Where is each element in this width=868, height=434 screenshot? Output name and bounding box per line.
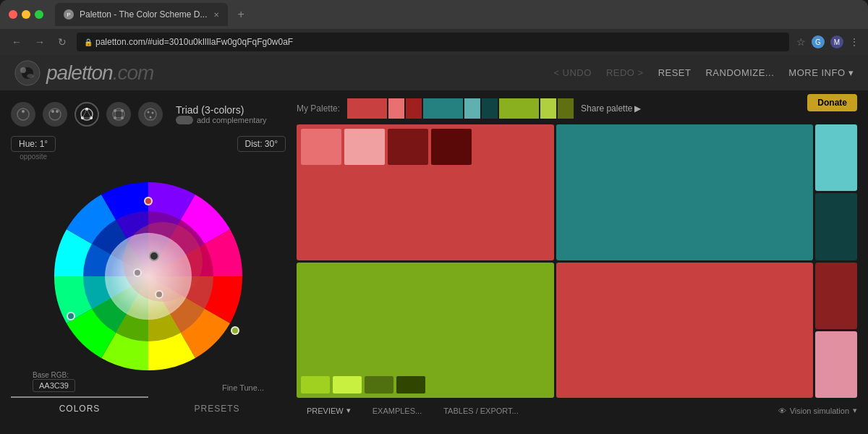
titlebar: P Paletton - The Color Scheme D... ✕ + bbox=[0, 0, 868, 29]
right-bottom-bar: PREVIEW ▾ EXAMPLES... TABLES / EXPORT...… bbox=[297, 401, 857, 420]
base-rgb-value[interactable]: AA3C39 bbox=[33, 379, 75, 392]
swatch-red bbox=[297, 124, 554, 260]
scheme-selector: Triad (3-colors) add complementary bbox=[11, 98, 286, 130]
back-button[interactable]: ← bbox=[9, 35, 25, 49]
presets-tab[interactable]: PRESETS bbox=[148, 396, 286, 420]
scheme-mono-icon[interactable] bbox=[11, 102, 35, 127]
scheme-free-icon[interactable] bbox=[138, 102, 163, 127]
app-toolbar: paletton.com < UNDO REDO > RESET RANDOMI… bbox=[0, 55, 868, 91]
colors-tab[interactable]: COLORS bbox=[11, 396, 148, 420]
left-panel: Triad (3-colors) add complementary Hue: … bbox=[11, 98, 286, 420]
svg-point-25 bbox=[150, 116, 152, 119]
hue-value[interactable]: Hue: 1° bbox=[11, 136, 56, 152]
close-button[interactable] bbox=[9, 10, 17, 19]
swatch-red-bottom bbox=[556, 263, 814, 399]
menu-icon[interactable]: ⋮ bbox=[849, 36, 859, 48]
more-info-button[interactable]: MORE INFO ▾ bbox=[788, 67, 854, 78]
browser-actions: ☆ G M ⋮ bbox=[796, 35, 859, 48]
donate-button[interactable]: Donate bbox=[807, 94, 857, 111]
forward-button[interactable]: → bbox=[32, 35, 48, 49]
palette-color-green[interactable] bbox=[499, 98, 539, 119]
scheme-triad-icon[interactable] bbox=[75, 102, 99, 127]
svg-point-24 bbox=[152, 112, 154, 114]
swatch-red-4[interactable] bbox=[431, 129, 472, 165]
swatch-green-2[interactable] bbox=[333, 376, 362, 393]
wheel-dot-3[interactable] bbox=[133, 268, 142, 277]
swatch-teal bbox=[556, 124, 814, 260]
wheel-dot-top[interactable] bbox=[144, 197, 153, 205]
svg-point-18 bbox=[114, 109, 116, 112]
swatch-green-3[interactable] bbox=[365, 376, 393, 393]
svg-point-21 bbox=[121, 116, 124, 119]
app-main: Triad (3-colors) add complementary Hue: … bbox=[0, 91, 868, 427]
url-bar[interactable]: 🔒 paletton.com/#uid=3010u0kIlIlaFw0g0qFq… bbox=[77, 33, 789, 51]
color-wheel-container: Base RGB: AA3C39 Fine Tune... bbox=[25, 168, 271, 385]
undo-button[interactable]: < UNDO bbox=[553, 67, 591, 78]
right-col-bottom bbox=[815, 263, 857, 399]
share-palette-button[interactable]: Share palette ▶ bbox=[581, 103, 641, 114]
traffic-lights bbox=[9, 10, 43, 19]
tab-favicon: P bbox=[64, 9, 74, 20]
swatches-grid bbox=[297, 124, 857, 398]
swatch-teal-dark[interactable] bbox=[815, 193, 857, 260]
palette-label: My Palette: bbox=[297, 103, 340, 114]
palette-color-teal-light[interactable] bbox=[464, 98, 480, 119]
reset-button[interactable]: RESET bbox=[658, 67, 692, 78]
svg-point-8 bbox=[56, 110, 59, 113]
profile-icon[interactable]: M bbox=[830, 35, 843, 48]
lock-icon: 🔒 bbox=[84, 38, 93, 46]
swatch-green-1[interactable] bbox=[301, 376, 330, 393]
base-rgb-box: Base RGB: AA3C39 bbox=[33, 371, 75, 392]
svg-point-28 bbox=[105, 233, 192, 320]
svg-point-19 bbox=[121, 109, 124, 112]
wheel-dot-teal[interactable] bbox=[67, 312, 75, 320]
redo-button[interactable]: REDO > bbox=[606, 67, 644, 78]
scheme-tetrad-icon[interactable] bbox=[106, 102, 131, 127]
palette-color-red-light[interactable] bbox=[388, 98, 404, 119]
active-tab[interactable]: P Paletton - The Color Scheme D... ✕ bbox=[55, 3, 228, 26]
wheel-dot-green[interactable] bbox=[231, 326, 239, 335]
svg-rect-17 bbox=[115, 111, 122, 118]
add-complementary[interactable]: add complementary bbox=[176, 116, 267, 124]
complementary-toggle[interactable] bbox=[176, 116, 193, 124]
tab-close-button[interactable]: ✕ bbox=[213, 11, 219, 19]
swatch-red-pink[interactable] bbox=[815, 331, 857, 398]
wheel-dot-main[interactable] bbox=[149, 251, 159, 261]
swatch-red-2[interactable] bbox=[344, 129, 385, 165]
palette-color-green-light[interactable] bbox=[540, 98, 556, 119]
wheel-dot-2[interactable] bbox=[155, 290, 163, 299]
extensions-icon[interactable]: G bbox=[812, 35, 825, 48]
svg-point-23 bbox=[148, 111, 150, 114]
swatch-red-dark2[interactable] bbox=[815, 263, 857, 329]
minimize-button[interactable] bbox=[22, 10, 30, 19]
swatch-red-3[interactable] bbox=[388, 129, 428, 165]
fine-tune-button[interactable]: Fine Tune... bbox=[222, 383, 264, 392]
app-container: paletton.com < UNDO REDO > RESET RANDOMI… bbox=[0, 55, 868, 427]
app-logo: paletton.com bbox=[14, 60, 153, 86]
new-tab-button[interactable]: + bbox=[234, 8, 249, 21]
addressbar: ← → ↻ 🔒 paletton.com/#uid=3010u0kIlIlaFw… bbox=[0, 29, 868, 55]
palette-color-red-dark[interactable] bbox=[406, 98, 422, 119]
palette-color-teal-dark[interactable] bbox=[482, 98, 498, 119]
dist-value[interactable]: Dist: 30° bbox=[237, 136, 286, 152]
logo-text: paletton.com bbox=[46, 61, 153, 85]
palette-color-green-dark[interactable] bbox=[558, 98, 574, 119]
toolbar-actions: < UNDO REDO > RESET RANDOMIZE... MORE IN… bbox=[553, 67, 854, 78]
scheme-adjacent-icon[interactable] bbox=[43, 102, 67, 127]
tables-tab[interactable]: TABLES / EXPORT... bbox=[433, 402, 529, 420]
tab-title: Paletton - The Color Scheme D... bbox=[80, 9, 208, 20]
bookmark-icon[interactable]: ☆ bbox=[796, 36, 806, 48]
vision-simulation-button[interactable]: 👁 Vision simulation ▾ bbox=[778, 406, 857, 415]
swatch-teal-light[interactable] bbox=[815, 124, 857, 191]
right-col-top bbox=[815, 124, 857, 260]
randomize-button[interactable]: RANDOMIZE... bbox=[705, 67, 774, 78]
preview-tab[interactable]: PREVIEW ▾ bbox=[297, 401, 361, 420]
examples-tab[interactable]: EXAMPLES... bbox=[362, 402, 432, 420]
maximize-button[interactable] bbox=[35, 10, 43, 19]
swatch-red-1[interactable] bbox=[301, 129, 341, 165]
palette-color-red[interactable] bbox=[347, 98, 387, 119]
palette-color-teal[interactable] bbox=[423, 98, 463, 119]
reload-button[interactable]: ↻ bbox=[55, 35, 69, 49]
swatch-green-4[interactable] bbox=[396, 376, 425, 393]
hue-dist-row: Hue: 1° opposite Dist: 30° bbox=[11, 136, 286, 161]
